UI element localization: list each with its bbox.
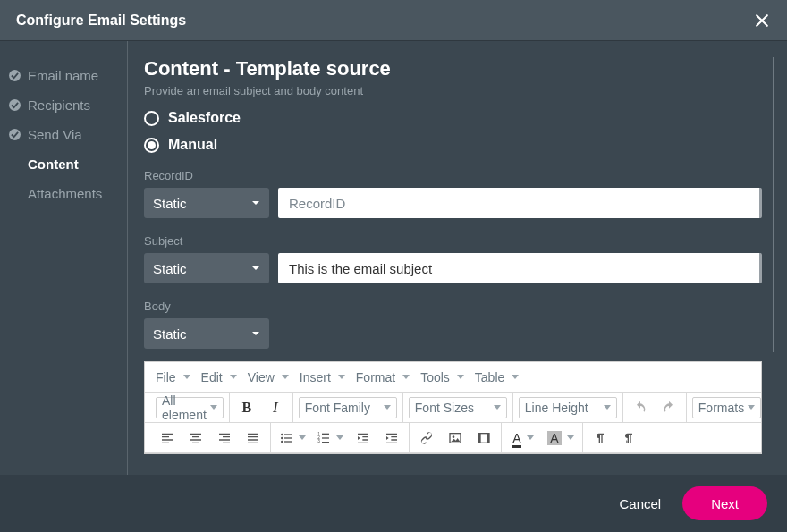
check-icon xyxy=(9,70,21,81)
check-icon xyxy=(9,129,21,140)
italic-button[interactable]: I xyxy=(264,396,287,419)
indent-button[interactable] xyxy=(380,426,403,450)
dropdown-label: Font Family xyxy=(305,401,370,415)
nav-send-via[interactable]: Send Via xyxy=(0,120,127,149)
ltr-button[interactable] xyxy=(588,426,612,450)
dropdown-label: All element xyxy=(162,393,207,422)
menu-label: Insert xyxy=(300,370,331,384)
subject-input[interactable] xyxy=(278,253,762,283)
text-color-button[interactable]: A xyxy=(507,426,539,450)
pilcrow-rtl-icon xyxy=(622,431,636,445)
outdent-button[interactable] xyxy=(351,426,375,450)
nav-attachments[interactable]: Attachments xyxy=(0,179,127,208)
list-bullet-icon xyxy=(279,431,293,445)
unordered-list-button[interactable] xyxy=(276,426,309,450)
font-family-dropdown[interactable]: Font Family xyxy=(299,397,397,418)
chevron-down-icon xyxy=(457,375,464,379)
subject-type-select[interactable]: Static xyxy=(144,253,269,283)
svg-point-15 xyxy=(453,435,455,438)
subject-label: Subject xyxy=(144,234,762,248)
align-justify-icon xyxy=(246,431,260,445)
bold-button[interactable]: B xyxy=(235,396,258,419)
redo-button[interactable] xyxy=(657,396,681,419)
align-justify-button[interactable] xyxy=(241,426,265,450)
svg-rect-7 xyxy=(284,441,292,442)
nav-label: Content xyxy=(28,156,79,172)
svg-rect-5 xyxy=(284,437,292,438)
menu-view[interactable]: View xyxy=(242,362,294,392)
align-right-button[interactable] xyxy=(213,426,236,450)
list-number-icon: 123 xyxy=(317,431,331,445)
dialog-title: Configure Email Settings xyxy=(16,13,186,29)
dropdown-label: Font Sizes xyxy=(415,401,474,415)
chevron-down-icon xyxy=(604,405,611,410)
font-sizes-dropdown[interactable]: Font Sizes xyxy=(409,397,507,418)
svg-rect-17 xyxy=(478,433,481,443)
wizard-sidebar: Email name Recipients Send Via Content A… xyxy=(0,41,128,475)
pilcrow-ltr-icon xyxy=(593,431,607,445)
select-value: Static xyxy=(153,261,187,276)
svg-rect-3 xyxy=(284,434,292,435)
formats-dropdown[interactable]: Formats xyxy=(692,397,761,418)
cancel-button[interactable]: Cancel xyxy=(619,496,661,511)
chevron-down-icon xyxy=(512,375,519,379)
recordid-input[interactable] xyxy=(278,188,762,218)
indent-icon xyxy=(385,431,399,445)
align-center-icon xyxy=(189,431,203,445)
section-subtitle: Provide an email subject and body conten… xyxy=(144,84,762,97)
elements-dropdown[interactable]: All element xyxy=(156,397,224,418)
radio-icon xyxy=(144,111,159,126)
svg-point-2 xyxy=(281,433,283,435)
media-button[interactable] xyxy=(472,426,495,450)
rich-text-editor: File Edit View Insert Format Tools Table… xyxy=(144,361,762,454)
recordid-type-select[interactable]: Static xyxy=(144,188,269,218)
template-source-radio-group: Salesforce Manual xyxy=(144,110,762,153)
menu-tools[interactable]: Tools xyxy=(415,362,470,392)
align-center-button[interactable] xyxy=(184,426,207,450)
radio-icon xyxy=(144,138,159,153)
menu-file[interactable]: File xyxy=(150,362,196,392)
svg-rect-11 xyxy=(322,437,329,438)
nav-content[interactable]: Content xyxy=(0,149,127,179)
nav-label: Attachments xyxy=(28,186,102,201)
align-right-icon xyxy=(217,431,232,445)
next-button[interactable]: Next xyxy=(682,486,767,520)
nav-recipients[interactable]: Recipients xyxy=(0,90,127,120)
svg-rect-13 xyxy=(322,442,329,443)
undo-icon xyxy=(633,401,647,415)
radio-manual[interactable]: Manual xyxy=(144,137,762,153)
undo-button[interactable] xyxy=(629,396,652,419)
chevron-down-icon xyxy=(251,329,260,338)
bold-icon: B xyxy=(241,400,251,416)
redo-icon xyxy=(662,401,676,415)
align-left-button[interactable] xyxy=(156,426,179,450)
image-button[interactable] xyxy=(444,426,467,450)
menu-edit[interactable]: Edit xyxy=(196,362,242,392)
close-icon xyxy=(753,12,771,30)
ordered-list-button[interactable]: 123 xyxy=(314,426,346,450)
menu-format[interactable]: Format xyxy=(351,362,415,392)
menu-insert[interactable]: Insert xyxy=(294,362,351,392)
line-height-dropdown[interactable]: Line Height xyxy=(519,397,617,418)
radio-salesforce[interactable]: Salesforce xyxy=(144,110,762,126)
main-panel: Content - Template source Provide an ema… xyxy=(128,41,787,475)
radio-label: Manual xyxy=(168,137,217,153)
svg-point-4 xyxy=(281,436,283,439)
link-button[interactable] xyxy=(415,426,438,450)
menu-table[interactable]: Table xyxy=(470,362,524,392)
rtl-button[interactable] xyxy=(617,426,640,450)
body-type-select[interactable]: Static xyxy=(144,318,269,349)
chevron-down-icon xyxy=(338,375,345,379)
nav-label: Email name xyxy=(28,68,98,83)
close-button[interactable] xyxy=(749,8,774,33)
scrollbar[interactable] xyxy=(773,57,774,352)
nav-email-name[interactable]: Email name xyxy=(0,61,127,90)
dropdown-label: Formats xyxy=(698,401,744,415)
menu-label: Table xyxy=(475,370,504,384)
bg-color-button[interactable]: A xyxy=(545,426,577,450)
chevron-down-icon xyxy=(251,198,260,207)
link-icon xyxy=(419,431,434,445)
dropdown-label: Line Height xyxy=(525,401,588,415)
chevron-down-icon xyxy=(251,264,260,273)
chevron-down-icon xyxy=(494,405,501,410)
